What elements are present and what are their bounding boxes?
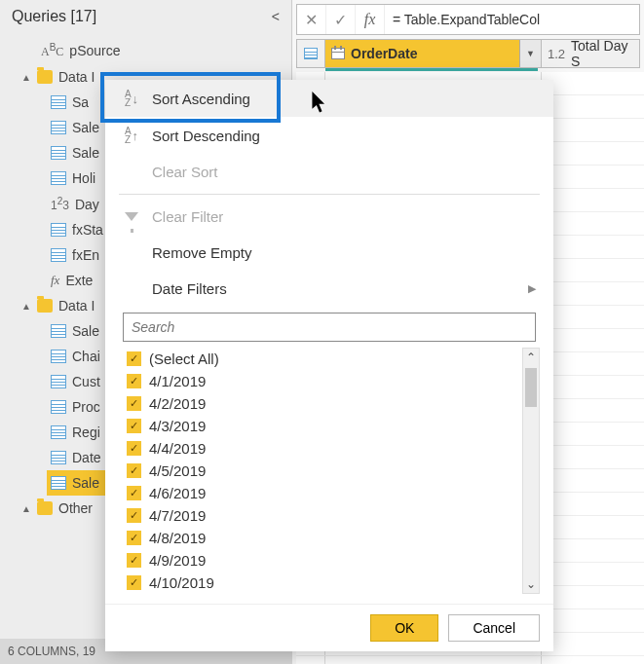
sidebar-title: Queries [17] bbox=[12, 8, 96, 25]
item-label: Sa bbox=[72, 94, 89, 110]
filter-value-item[interactable]: ✓4/8/2019 bbox=[123, 527, 522, 549]
filter-value-item[interactable]: ✓4/1/2019 bbox=[123, 370, 522, 392]
commit-formula-icon[interactable]: ✓ bbox=[326, 5, 356, 34]
item-label: Data I bbox=[58, 69, 95, 85]
popup-footer: OK Cancel bbox=[105, 604, 553, 651]
filter-value-item[interactable]: ✓4/5/2019 bbox=[123, 460, 522, 482]
date-type-icon[interactable] bbox=[331, 48, 345, 59]
filter-popup: AZ↓ Sort Ascending AZ↑ Sort Descending C… bbox=[105, 80, 553, 651]
column-filter-dropdown[interactable]: ▼ bbox=[519, 40, 541, 67]
column-name: OrderDate bbox=[351, 46, 417, 61]
collapse-sidebar-icon[interactable]: < bbox=[272, 9, 280, 24]
item-label: Data I bbox=[58, 298, 95, 314]
checkbox-icon[interactable]: ✓ bbox=[127, 553, 141, 568]
checkbox-icon[interactable]: ✓ bbox=[127, 351, 141, 366]
clear-sort-item: Clear Sort bbox=[105, 154, 553, 190]
folder-icon bbox=[37, 70, 53, 84]
checkbox-icon[interactable]: ✓ bbox=[127, 463, 141, 478]
filter-value-item[interactable]: ✓4/7/2019 bbox=[123, 504, 522, 527]
divider bbox=[119, 194, 540, 195]
submenu-arrow-icon: ▶ bbox=[528, 282, 536, 295]
checkbox-icon[interactable]: ✓ bbox=[127, 441, 141, 456]
select-all-cell[interactable] bbox=[296, 39, 325, 68]
column-header-totaldays[interactable]: 1.2 Total Day S bbox=[542, 39, 640, 68]
table-icon bbox=[51, 375, 66, 388]
table-icon bbox=[51, 95, 66, 109]
column-header-orderdate[interactable]: OrderDate ▼ bbox=[325, 39, 542, 68]
table-icon bbox=[51, 425, 66, 439]
table-icon bbox=[51, 248, 66, 262]
checkbox-icon[interactable]: ✓ bbox=[127, 419, 141, 433]
item-label: Regi bbox=[72, 424, 100, 440]
table-icon bbox=[51, 121, 66, 134]
filter-value-item[interactable]: ✓4/10/2019 bbox=[123, 572, 522, 594]
folder-icon bbox=[37, 299, 53, 313]
filter-value-item[interactable]: ✓4/3/2019 bbox=[123, 415, 522, 437]
filter-value-list: ✓(Select All)✓4/1/2019✓4/2/2019✓4/3/2019… bbox=[123, 348, 540, 594]
date-filters-item[interactable]: Date Filters ▶ bbox=[105, 271, 553, 307]
table-icon bbox=[51, 223, 66, 237]
filter-select-all[interactable]: ✓(Select All) bbox=[123, 348, 522, 370]
number-param-icon: 123 bbox=[51, 196, 69, 212]
item-label: Sale bbox=[72, 323, 99, 339]
clear-filter-item: Clear Filter bbox=[105, 199, 553, 235]
clear-filter-icon bbox=[123, 212, 140, 221]
table-icon bbox=[51, 476, 66, 490]
column-name: Total Day S bbox=[571, 38, 633, 69]
checkbox-icon[interactable]: ✓ bbox=[127, 374, 141, 388]
function-icon: fx bbox=[51, 273, 59, 288]
item-label: Exte bbox=[65, 273, 93, 288]
sort-desc-icon: AZ↑ bbox=[123, 127, 140, 144]
formula-bar[interactable]: ✕ ✓ fx = Table.ExpandTableCol bbox=[296, 4, 640, 35]
filter-search[interactable] bbox=[123, 313, 536, 342]
item-label: Day bbox=[75, 197, 99, 212]
table-icon bbox=[304, 48, 318, 59]
query-item[interactable]: ABCpSource bbox=[37, 37, 291, 64]
filter-value-item[interactable]: ✓4/2/2019 bbox=[123, 392, 522, 415]
checkbox-icon[interactable]: ✓ bbox=[127, 508, 141, 523]
cancel-button[interactable]: Cancel bbox=[448, 614, 540, 642]
decimal-type-icon[interactable]: 1.2 bbox=[548, 47, 565, 61]
item-label: Sale bbox=[72, 120, 99, 135]
table-icon bbox=[51, 451, 66, 464]
item-label: Holi bbox=[72, 170, 95, 186]
table-icon bbox=[51, 350, 66, 363]
scroll-down-icon[interactable]: ⌄ bbox=[526, 577, 536, 591]
item-label: Proc bbox=[72, 399, 100, 415]
column-headers: OrderDate ▼ 1.2 Total Day S bbox=[296, 39, 640, 68]
table-icon bbox=[51, 171, 66, 185]
checkbox-icon[interactable]: ✓ bbox=[127, 575, 141, 590]
filter-scrollbar[interactable]: ⌃ ⌄ bbox=[522, 348, 540, 594]
formula-text[interactable]: = Table.ExpandTableCol bbox=[385, 12, 548, 27]
item-label: pSource bbox=[69, 43, 120, 58]
remove-empty-item[interactable]: Remove Empty bbox=[105, 235, 553, 271]
item-label: Sale bbox=[72, 145, 99, 161]
sidebar-header: Queries [17] < bbox=[0, 0, 291, 33]
scroll-up-icon[interactable]: ⌃ bbox=[526, 350, 536, 364]
sort-ascending-item[interactable]: AZ↓ Sort Ascending bbox=[105, 80, 553, 117]
item-label: fxStа bbox=[72, 222, 103, 238]
checkbox-icon[interactable]: ✓ bbox=[127, 486, 141, 500]
checkbox-icon[interactable]: ✓ bbox=[127, 396, 141, 411]
filter-value-item[interactable]: ✓4/4/2019 bbox=[123, 437, 522, 460]
sort-asc-icon: AZ↓ bbox=[123, 90, 140, 107]
fx-icon[interactable]: fx bbox=[356, 5, 385, 34]
item-label: Chai bbox=[72, 349, 100, 364]
folder-icon bbox=[37, 501, 53, 515]
item-label: Date bbox=[72, 450, 101, 465]
filter-search-input[interactable] bbox=[123, 313, 536, 342]
checkbox-icon[interactable]: ✓ bbox=[127, 531, 141, 545]
ok-button[interactable]: OK bbox=[370, 614, 438, 642]
text-param-icon: ABC bbox=[41, 42, 63, 59]
filter-value-item[interactable]: ✓4/9/2019 bbox=[123, 549, 522, 572]
sort-descending-item[interactable]: AZ↑ Sort Descending bbox=[105, 117, 553, 154]
item-label: fxEn bbox=[72, 247, 99, 263]
item-label: Cust bbox=[72, 374, 100, 389]
table-icon bbox=[51, 146, 66, 160]
scroll-thumb[interactable] bbox=[525, 368, 537, 407]
item-label: Other bbox=[58, 500, 93, 516]
table-icon bbox=[51, 400, 66, 414]
cancel-formula-icon[interactable]: ✕ bbox=[297, 5, 326, 34]
filter-value-item[interactable]: ✓4/6/2019 bbox=[123, 482, 522, 504]
table-icon bbox=[51, 324, 66, 338]
